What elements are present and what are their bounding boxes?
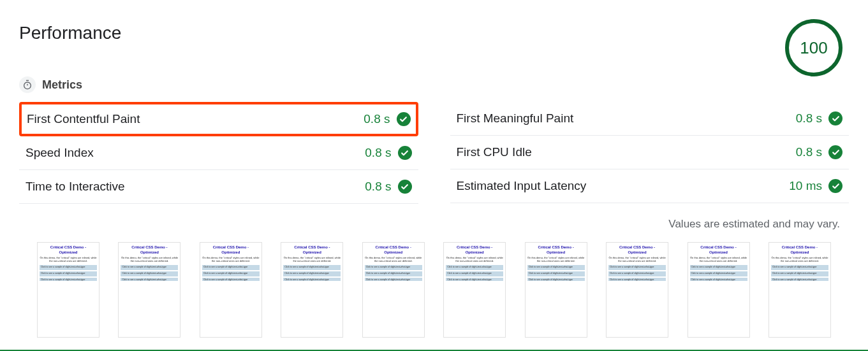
thumb-row: Click to see a sample of slight-text-wha… (365, 265, 422, 270)
metric-row[interactable]: First Meaningful Paint0.8 s (450, 102, 850, 136)
thumb-desc: On this demo, the "critical" styles are … (365, 256, 422, 263)
metrics-section-label: Metrics (42, 78, 82, 92)
thumb-row: Click to see a sample of slight-text-wha… (690, 278, 747, 281)
metric-row[interactable]: First Contentful Paint0.8 s (19, 102, 418, 136)
thumb-title: Critical CSS Demo -Optimized (121, 245, 178, 255)
thumb-row: Click to see a sample of slight-text-wha… (283, 278, 341, 281)
thumb-row: Click to see a sample of slight-text-wha… (690, 265, 747, 270)
thumb-row: Click to see a sample of slight-text-wha… (771, 265, 828, 270)
score-value: 100 (800, 38, 827, 58)
thumb-row: Click to see a sample of slight-text-wha… (202, 271, 260, 276)
thumb-row: Click to see a sample of slight-text-wha… (527, 265, 585, 270)
metric-value-text: 0.8 s (365, 180, 391, 194)
thumb-row: Click to see a sample of slight-text-wha… (202, 278, 260, 281)
svg-point-0 (24, 82, 31, 89)
check-icon (828, 111, 842, 125)
thumb-desc: On this demo, the "critical" styles are … (202, 256, 260, 263)
thumb-desc: On this demo, the "critical" styles are … (446, 256, 503, 263)
filmstrip-frame[interactable]: Critical CSS Demo -OptimizedOn this demo… (769, 242, 831, 338)
thumb-title: Critical CSS Demo -Optimized (771, 245, 828, 255)
check-icon (397, 112, 411, 126)
metric-label: Time to Interactive (26, 180, 125, 194)
metric-value: 0.8 s (365, 180, 411, 194)
thumb-title: Critical CSS Demo -Optimized (690, 245, 747, 255)
filmstrip-frame[interactable]: Critical CSS Demo -OptimizedOn this demo… (525, 242, 587, 338)
thumb-row: Click to see a sample of slight-text-wha… (365, 278, 422, 281)
thumb-row: Click to see a sample of slight-text-wha… (446, 278, 503, 281)
thumb-desc: On this demo, the "critical" styles are … (121, 256, 178, 263)
thumb-row: Click to see a sample of slight-text-wha… (690, 271, 747, 276)
thumb-title: Critical CSS Demo -Optimized (446, 245, 503, 255)
metrics-header[interactable]: Metrics (19, 76, 849, 93)
metric-value: 0.8 s (796, 145, 842, 159)
check-icon (398, 146, 412, 160)
thumb-row: Click to see a sample of slight-text-wha… (771, 271, 828, 276)
thumb-desc: On this demo, the "critical" styles are … (771, 256, 828, 263)
thumb-row: Click to see a sample of slight-text-wha… (365, 271, 422, 276)
score-gauge: 100 (785, 19, 842, 76)
thumb-row: Click to see a sample of slight-text-wha… (608, 271, 666, 276)
thumb-title: Critical CSS Demo -Optimized (527, 245, 585, 255)
filmstrip-frame[interactable]: Critical CSS Demo -OptimizedOn this demo… (443, 242, 506, 338)
metric-label: First Meaningful Paint (457, 111, 574, 125)
thumb-title: Critical CSS Demo -Optimized (608, 245, 666, 255)
metric-label: Estimated Input Latency (457, 179, 587, 193)
metric-row[interactable]: First CPU Idle0.8 s (450, 136, 850, 169)
thumb-row: Click to see a sample of slight-text-wha… (40, 271, 97, 276)
filmstrip: Critical CSS Demo -OptimizedOn this demo… (19, 242, 849, 338)
thumb-desc: On this demo, the "critical" styles are … (283, 256, 341, 263)
thumb-title: Critical CSS Demo -Optimized (365, 245, 422, 255)
footnote: Values are estimated and may vary. (19, 218, 840, 231)
metric-label: First CPU Idle (457, 145, 532, 159)
thumb-row: Click to see a sample of slight-text-wha… (283, 265, 341, 270)
metric-row[interactable]: Time to Interactive0.8 s (19, 170, 418, 204)
thumb-row: Click to see a sample of slight-text-wha… (202, 265, 260, 270)
thumb-row: Click to see a sample of slight-text-wha… (40, 265, 97, 270)
thumb-desc: On this demo, the "critical" styles are … (40, 256, 97, 263)
metric-label: Speed Index (26, 146, 94, 160)
check-icon (828, 145, 842, 159)
thumb-row: Click to see a sample of slight-text-wha… (446, 265, 503, 270)
metric-value-text: 0.8 s (365, 146, 391, 160)
stopwatch-icon (19, 76, 36, 93)
filmstrip-frame[interactable]: Critical CSS Demo -OptimizedOn this demo… (281, 242, 343, 338)
thumb-desc: On this demo, the "critical" styles are … (690, 256, 747, 263)
metric-value: 0.8 s (365, 146, 411, 160)
thumb-row: Click to see a sample of slight-text-wha… (771, 278, 828, 281)
filmstrip-frame[interactable]: Critical CSS Demo -OptimizedOn this demo… (362, 242, 425, 338)
thumb-row: Click to see a sample of slight-text-wha… (40, 278, 97, 281)
thumb-row: Click to see a sample of slight-text-wha… (446, 271, 503, 276)
thumb-title: Critical CSS Demo -Optimized (40, 245, 97, 255)
thumb-desc: On this demo, the "critical" styles are … (608, 256, 666, 263)
check-icon (828, 179, 842, 193)
metric-row[interactable]: Speed Index0.8 s (19, 136, 418, 170)
thumb-row: Click to see a sample of slight-text-wha… (608, 265, 666, 270)
thumb-row: Click to see a sample of slight-text-wha… (121, 278, 178, 281)
thumb-row: Click to see a sample of slight-text-wha… (527, 278, 585, 281)
metric-value-text: 0.8 s (796, 145, 822, 159)
filmstrip-frame[interactable]: Critical CSS Demo -OptimizedOn this demo… (200, 242, 262, 338)
metric-value-text: 0.8 s (364, 112, 390, 126)
filmstrip-frame[interactable]: Critical CSS Demo -OptimizedOn this demo… (37, 242, 99, 338)
thumb-row: Click to see a sample of slight-text-wha… (527, 271, 585, 276)
thumb-row: Click to see a sample of slight-text-wha… (121, 271, 178, 276)
metrics-column-right: First Meaningful Paint0.8 sFirst CPU Idl… (450, 102, 850, 204)
thumb-desc: On this demo, the "critical" styles are … (527, 256, 585, 263)
performance-report: Performance 100 Metrics First Contentful… (0, 0, 868, 351)
metrics-column-left: First Contentful Paint0.8 sSpeed Index0.… (19, 102, 418, 204)
metric-value: 10 ms (789, 179, 842, 193)
thumb-row: Click to see a sample of slight-text-wha… (121, 265, 178, 270)
metric-value: 0.8 s (364, 112, 410, 126)
metric-label: First Contentful Paint (27, 112, 140, 126)
metric-row[interactable]: Estimated Input Latency10 ms (450, 169, 850, 203)
header-row: Performance 100 (19, 19, 849, 76)
filmstrip-frame[interactable]: Critical CSS Demo -OptimizedOn this demo… (118, 242, 180, 338)
filmstrip-frame[interactable]: Critical CSS Demo -OptimizedOn this demo… (688, 242, 750, 338)
filmstrip-frame[interactable]: Critical CSS Demo -OptimizedOn this demo… (606, 242, 668, 338)
check-icon (398, 180, 412, 194)
metric-value: 0.8 s (796, 111, 842, 125)
thumb-row: Click to see a sample of slight-text-wha… (283, 271, 341, 276)
metric-value-text: 0.8 s (796, 111, 822, 125)
thumb-title: Critical CSS Demo -Optimized (283, 245, 341, 255)
page-title: Performance (19, 23, 121, 43)
